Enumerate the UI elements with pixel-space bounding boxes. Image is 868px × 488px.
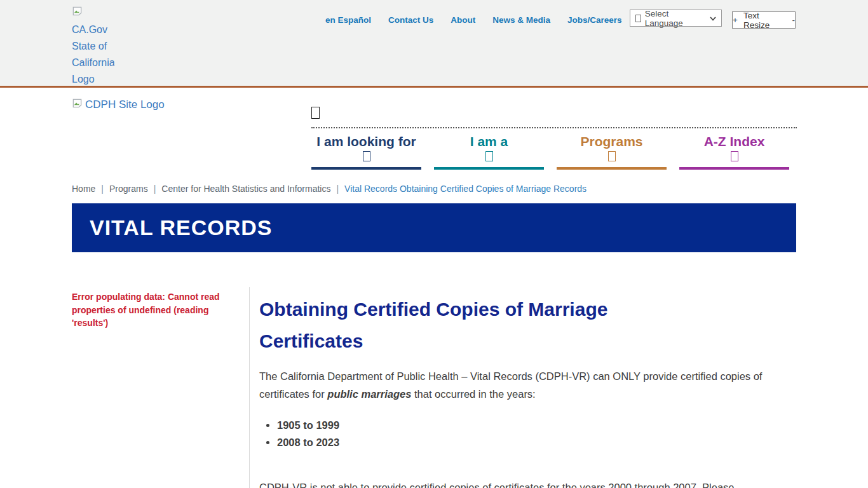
text-resize-increase-button[interactable]: + [733,15,738,25]
chevron-down-icon [363,151,370,161]
broken-image-icon [72,5,83,22]
text-resize-control[interactable]: + Text Resize - [732,11,796,29]
cagov-logo-link[interactable]: CA.Gov State of California Logo [72,4,114,88]
emphasis-public-marriages: public marriages [327,388,411,400]
page: CA.Gov State of California Logo en Españ… [0,0,868,488]
breadcrumb-current-page[interactable]: Vital Records Obtaining Certified Copies… [344,184,587,194]
utility-nav: en Español Contact Us About News & Media… [325,15,622,25]
cdph-logo-link[interactable]: CDPH Site Logo [72,98,165,112]
main-content: Obtaining Certified Copies of Marriage C… [249,287,796,488]
primary-nav: I am looking for I am a Programs A-Z Ind… [311,127,797,170]
site-header: CDPH Site Logo I am looking for I am a P… [0,88,868,177]
intro-paragraph: The California Department of Public Heal… [259,367,796,403]
nav-link-about[interactable]: About [451,15,475,25]
breadcrumb-separator: | [336,184,339,194]
nav-link-en-espanol[interactable]: en Español [325,15,371,25]
breadcrumb-separator: | [101,184,104,194]
content-area: Error populating data: Cannot read prope… [72,252,796,488]
nav-link-jobs-careers[interactable]: Jobs/Careers [567,15,622,25]
cagov-logo-alt-text: CA.Gov State of California Logo [72,24,114,85]
years-list: 1905 to 1999 2008 to 2023 [277,417,796,451]
left-sidebar: Error populating data: Cannot read prope… [72,252,249,488]
sidebar-error-message: Error populating data: Cannot read prope… [72,290,225,330]
globe-icon [635,15,641,22]
language-select-label: Select Language [645,9,706,28]
breadcrumb: Home | Programs | Center for Health Stat… [72,183,796,194]
breadcrumb-programs[interactable]: Programs [109,184,148,194]
broken-image-icon [72,98,83,112]
chevron-down-icon [710,13,716,23]
list-item-years-2: 2008 to 2023 [277,434,796,451]
text-resize-label: Text Resize [743,11,787,30]
breadcrumb-chsi[interactable]: Center for Health Statistics and Informa… [161,184,330,194]
chevron-down-icon [731,151,738,161]
breadcrumb-home[interactable]: Home [72,184,95,194]
nav-link-news-media[interactable]: News & Media [492,15,550,25]
search-icon[interactable] [311,107,320,119]
list-item-years-1: 1905 to 1999 [277,417,796,433]
tab-programs[interactable]: Programs [557,134,667,170]
utility-header: CA.Gov State of California Logo en Españ… [0,0,868,88]
tab-i-am-a[interactable]: I am a [434,134,544,170]
note-paragraph: CDPH-VR is not able to provide certified… [259,478,796,488]
tab-a-z-index[interactable]: A-Z Index [679,134,789,170]
chevron-down-icon [485,151,493,161]
tab-i-am-looking-for[interactable]: I am looking for [311,134,421,170]
article-heading: Obtaining Certified Copies of Marriage C… [259,294,691,357]
page-banner: VITAL RECORDS [72,203,796,252]
page-title: VITAL RECORDS [90,215,273,240]
nav-link-contact-us[interactable]: Contact Us [388,15,433,25]
language-select[interactable]: Select Language [630,10,722,27]
text-resize-decrease-button[interactable]: - [792,15,796,25]
cdph-logo-alt-text: CDPH Site Logo [85,98,165,111]
chevron-down-icon [608,151,616,161]
breadcrumb-separator: | [154,184,156,194]
